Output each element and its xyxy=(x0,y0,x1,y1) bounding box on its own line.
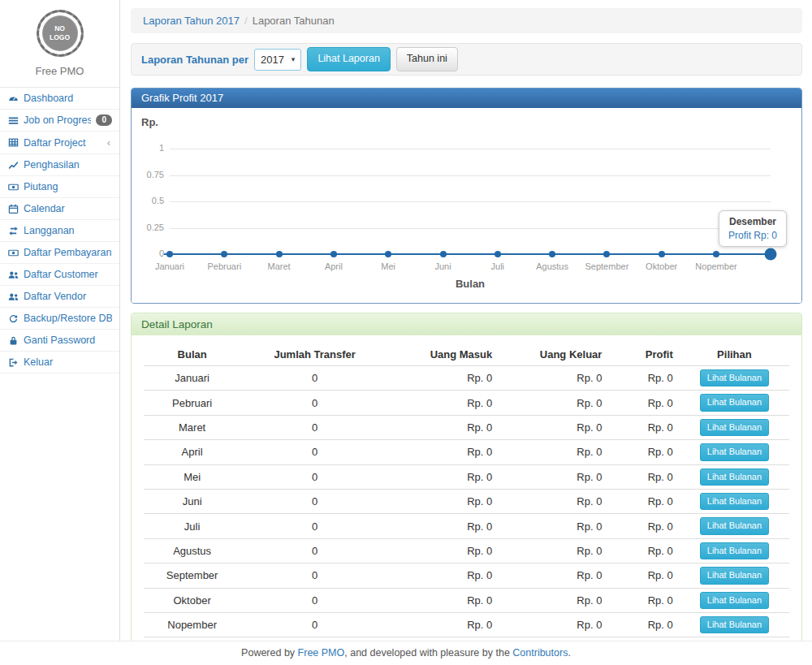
view-monthly-button[interactable]: Lihat Bulanan xyxy=(700,567,769,584)
cell-masuk: Rp. 0 xyxy=(389,366,499,391)
cell-bulan: Januari xyxy=(144,366,240,391)
x-tick-label: April xyxy=(325,261,343,271)
cell-bulan: Pebruari xyxy=(144,391,240,415)
sidebar-item-label: Penghasilan xyxy=(24,159,112,171)
sidebar-item-daftar-pembayaran[interactable]: Daftar Pembayaran xyxy=(0,242,119,264)
cell-profit: Rp. 0 xyxy=(608,366,679,391)
cell-bulan: Juni xyxy=(144,489,240,513)
caret-down-icon: ▾ xyxy=(292,55,296,63)
sidebar: NOLOGO Free PMO DashboardJob on Progress… xyxy=(0,0,120,641)
year-select[interactable]: 2017 ▾ xyxy=(254,49,301,71)
users-icon xyxy=(7,269,19,280)
sidebar-item-calendar[interactable]: Calendar xyxy=(0,198,119,220)
view-monthly-button[interactable]: Lihat Bulanan xyxy=(700,469,769,486)
chart-area: Rp.00.250.50.751JanuariPebruariMaretApri… xyxy=(132,108,801,303)
view-monthly-button[interactable]: Lihat Bulanan xyxy=(700,616,769,633)
sidebar-item-job-on-progress[interactable]: Job on Progress0 xyxy=(0,110,119,132)
sidebar-item-langganan[interactable]: Langganan xyxy=(0,220,119,242)
data-point-september[interactable] xyxy=(603,251,610,257)
footer-link-contributors[interactable]: Contributors xyxy=(512,647,568,659)
y-tick-label: 1 xyxy=(132,143,164,153)
data-point-maret[interactable] xyxy=(276,251,283,257)
footer-link-free-pmo[interactable]: Free PMO xyxy=(298,647,345,659)
view-monthly-button[interactable]: Lihat Bulanan xyxy=(700,542,769,559)
chart-panel-title: Grafik Profit 2017 xyxy=(132,89,801,108)
cell-profit: Rp. 0 xyxy=(608,464,679,489)
sidebar-item-piutang[interactable]: Piutang xyxy=(0,176,119,198)
table-row: Juni0Rp. 0Rp. 0Rp. 0Lihat Bulanan xyxy=(144,489,789,513)
footer-text-prefix: Powered by xyxy=(241,647,297,659)
view-monthly-button[interactable]: Lihat Bulanan xyxy=(700,592,769,609)
sidebar-item-penghasilan[interactable]: Penghasilan xyxy=(0,154,119,176)
sidebar-item-label: Job on Progress xyxy=(24,114,91,126)
data-point-april[interactable] xyxy=(330,251,337,257)
gridline xyxy=(170,175,771,176)
dashboard-icon xyxy=(7,93,19,104)
sidebar-item-label: Daftar Pembayaran xyxy=(24,247,112,258)
cell-bulan: Oktober xyxy=(144,588,240,612)
chevron-left-icon: ‹ xyxy=(107,136,112,149)
gridline xyxy=(170,228,771,229)
cell-masuk: Rp. 0 xyxy=(389,440,499,464)
cell-jumlah: 0 xyxy=(240,415,389,439)
sidebar-item-daftar-vendor[interactable]: Daftar Vendor xyxy=(0,286,119,308)
breadcrumb: Laporan Tahun 2017/Laporan Tahunan xyxy=(131,8,802,33)
cell-keluar: Rp. 0 xyxy=(499,489,608,513)
sidebar-item-keluar[interactable]: Keluar xyxy=(0,352,119,374)
data-point-juli[interactable] xyxy=(495,251,501,257)
profit-chart-panel: Grafik Profit 2017 Rp.00.250.50.751Janua… xyxy=(131,88,802,304)
data-point-pebruari[interactable] xyxy=(221,251,227,257)
breadcrumb-link[interactable]: Laporan Tahun 2017 xyxy=(143,15,240,27)
year-select-value: 2017 xyxy=(261,54,284,66)
cell-masuk: Rp. 0 xyxy=(389,391,499,415)
gridline xyxy=(170,201,771,202)
table-icon xyxy=(7,137,19,149)
sidebar-item-label: Daftar Vendor xyxy=(24,291,112,302)
detail-panel-body: BulanJumlah TransferUang MasukUang Kelua… xyxy=(132,335,801,665)
cell-profit: Rp. 0 xyxy=(608,564,679,588)
sidebar-item-backup-restore-db[interactable]: Backup/Restore DB xyxy=(0,308,119,330)
y-tick-label: 0.75 xyxy=(132,170,164,179)
cell-jumlah: 0 xyxy=(240,588,389,612)
view-monthly-button[interactable]: Lihat Bulanan xyxy=(700,369,769,386)
filter-label: Laporan Tahunan per xyxy=(141,54,248,66)
view-monthly-button[interactable]: Lihat Bulanan xyxy=(700,443,769,460)
cell-profit: Rp. 0 xyxy=(608,612,679,637)
view-report-button[interactable]: Lihat Laporan xyxy=(307,47,390,71)
x-tick-label: Juli xyxy=(491,261,505,271)
this-year-button[interactable]: Tahun ini xyxy=(396,47,458,71)
data-point-mei[interactable] xyxy=(385,251,391,257)
sidebar-item-ganti-password[interactable]: Ganti Password xyxy=(0,330,119,352)
footer: Powered by Free PMO, and developed with … xyxy=(0,641,812,665)
year-filter-bar: Laporan Tahunan per 2017 ▾ Lihat Laporan… xyxy=(131,43,802,76)
data-point-juni[interactable] xyxy=(440,251,447,257)
table-row: Oktober0Rp. 0Rp. 0Rp. 0Lihat Bulanan xyxy=(144,588,789,612)
data-point-januari[interactable] xyxy=(166,251,173,257)
data-point-desember[interactable] xyxy=(765,248,777,261)
sidebar-item-daftar-customer[interactable]: Daftar Customer xyxy=(0,264,119,286)
sidebar-item-daftar-project[interactable]: Daftar Project‹ xyxy=(0,132,119,154)
table-row: Mei0Rp. 0Rp. 0Rp. 0Lihat Bulanan xyxy=(144,464,789,489)
refresh-icon xyxy=(7,313,19,324)
x-tick-label: Juni xyxy=(434,261,451,271)
table-row: Agustus0Rp. 0Rp. 0Rp. 0Lihat Bulanan xyxy=(144,538,789,563)
cell-keluar: Rp. 0 xyxy=(499,440,608,464)
lock-icon xyxy=(7,335,19,346)
data-point-agustus[interactable] xyxy=(549,251,555,257)
sign-out-icon xyxy=(7,356,19,368)
data-point-oktober[interactable] xyxy=(659,251,665,257)
cell-masuk: Rp. 0 xyxy=(389,514,499,538)
cell-masuk: Rp. 0 xyxy=(389,564,499,588)
cell-keluar: Rp. 0 xyxy=(499,415,608,439)
view-monthly-button[interactable]: Lihat Bulanan xyxy=(700,517,769,534)
data-point-nopember[interactable] xyxy=(713,251,719,257)
cell-keluar: Rp. 0 xyxy=(499,366,608,391)
x-tick-label: Oktober xyxy=(646,261,677,271)
sidebar-item-dashboard[interactable]: Dashboard xyxy=(0,88,119,110)
view-monthly-button[interactable]: Lihat Bulanan xyxy=(700,394,769,411)
money-icon xyxy=(7,247,19,258)
view-monthly-button[interactable]: Lihat Bulanan xyxy=(700,419,769,436)
breadcrumb-separator: / xyxy=(240,15,253,27)
view-monthly-button[interactable]: Lihat Bulanan xyxy=(700,493,769,510)
y-axis-label: Rp. xyxy=(141,116,158,128)
